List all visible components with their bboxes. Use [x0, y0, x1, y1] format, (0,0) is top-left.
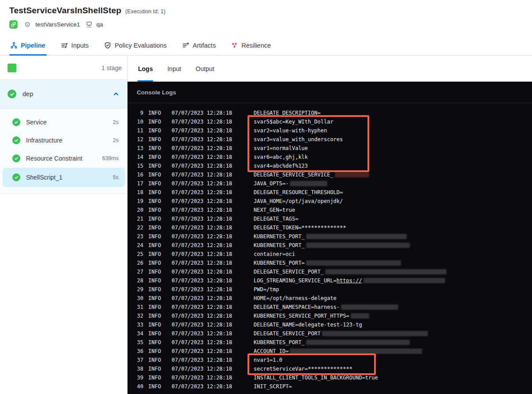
service-name[interactable]: testVarsService1: [35, 21, 80, 28]
log-message: DELEGATE_DESCRIPTION=: [254, 109, 321, 117]
log-line-number: 19: [127, 197, 143, 206]
log-timestamp: 07/07/2023 12:28:18: [172, 232, 233, 241]
execution-header: TestServiceVarsInShellStep (Execution Id…: [0, 0, 532, 35]
log-level: INFO: [148, 161, 162, 170]
log-tab-logs[interactable]: Logs: [138, 56, 153, 82]
log-tab-input[interactable]: Input: [167, 56, 181, 82]
log-link[interactable]: https://: [337, 278, 362, 284]
log-line-number: 40: [127, 382, 143, 391]
log-timestamp: 07/07/2023 12:28:18: [172, 259, 233, 267]
log-text: INIT_SCRIPT=: [254, 383, 292, 390]
step-item[interactable]: Resource Constraint 639ms: [3, 150, 125, 167]
stage-status-square[interactable]: [7, 64, 16, 72]
step-item[interactable]: Service 2s: [3, 113, 125, 131]
redacted-value: [306, 234, 407, 239]
log-timestamp: 07/07/2023 12:28:18: [172, 267, 233, 276]
redacted-value: [306, 260, 401, 266]
log-level: INFO: [148, 364, 162, 373]
log-text: svar4=abc%def%123: [254, 163, 308, 169]
environment-name[interactable]: qa: [96, 21, 103, 28]
log-message: svar3=value_with_underscores: [254, 135, 343, 144]
log-line-number: 35: [127, 338, 143, 347]
chevron-up-icon[interactable]: [112, 90, 120, 98]
log-timestamp: 07/07/2023 12:28:18: [172, 311, 233, 320]
log-timestamp: 07/07/2023 12:28:18: [172, 373, 233, 382]
log-level: INFO: [148, 373, 162, 382]
log-row: 29 INFO 07/07/2023 12:28:18 PWD=/tmp: [127, 285, 532, 294]
step-duration: 2s: [113, 137, 119, 143]
log-timestamp: 07/07/2023 12:28:18: [172, 285, 233, 294]
log-text: ACCOUNT_ID=: [254, 348, 288, 354]
log-row: 22 INFO 07/07/2023 12:28:18 DELEGATE_TOK…: [127, 223, 532, 232]
tab-resilience[interactable]: Resilience: [231, 35, 271, 55]
step-item[interactable]: ShellScript_1 5s: [3, 168, 125, 187]
log-row: 33 INFO 07/07/2023 12:28:18 DELEGATE_NAM…: [127, 320, 532, 329]
log-level: INFO: [148, 223, 162, 232]
log-message: JAVA_OPTS=-: [254, 179, 327, 188]
log-message: svar2=value-with-hyphen: [254, 126, 327, 135]
log-level: INFO: [148, 170, 162, 179]
log-level: INFO: [148, 135, 162, 144]
tab-artifacts[interactable]: Artifacts: [182, 35, 216, 55]
redacted-value: [325, 269, 446, 274]
log-text: DELEGATE_SERVICE_PORT_: [254, 269, 324, 275]
tab-pipeline[interactable]: Pipeline: [11, 35, 45, 55]
log-message: svar5$abc=Key_WIth_Dollar: [254, 117, 333, 126]
log-message: nvar1=1.0: [254, 356, 282, 364]
log-timestamp: 07/07/2023 12:28:18: [172, 144, 233, 153]
log-tab-output[interactable]: Output: [195, 56, 215, 82]
log-message: KUBERNETES_PORT_: [254, 338, 410, 347]
log-text: DELEGATE_SERVICE_SERVICE_: [254, 172, 333, 178]
stage-count-label: 1 stage: [101, 64, 122, 71]
link-icon: [11, 22, 16, 27]
log-line-number: 9: [127, 109, 143, 117]
log-timestamp: 07/07/2023 12:28:18: [172, 135, 233, 144]
log-level: INFO: [148, 206, 162, 214]
log-text: KUBERNETES_SERVICE_PORT_HTTPS=: [254, 313, 349, 319]
stage-group-dep[interactable]: dep: [0, 80, 127, 108]
log-message: PWD=/tmp: [254, 285, 279, 294]
log-row: 39 INFO 07/07/2023 12:28:18 INSTALL_CLIE…: [127, 373, 532, 382]
policy-shield-icon: [104, 42, 111, 49]
log-line-number: 21: [127, 214, 143, 223]
log-row: 17 INFO 07/07/2023 12:28:18 JAVA_OPTS=-: [127, 179, 532, 188]
log-text: KUBERNETES_PORT_: [254, 339, 305, 345]
log-message: JAVA_HOME=/opt/java/openjdk/: [254, 197, 343, 206]
log-text: svar5$abc=Key_WIth_Dollar: [254, 119, 333, 125]
log-line-number: 26: [127, 259, 143, 267]
log-row: 18 INFO 07/07/2023 12:28:18 DELEGATE_RES…: [127, 188, 532, 197]
log-text: LOG_STREAMING_SERVICE_URL=: [254, 278, 337, 284]
tab-inputs[interactable]: Inputs: [61, 35, 89, 55]
log-level: INFO: [148, 294, 162, 303]
log-line-number: 38: [127, 364, 143, 373]
log-row: 13 INFO 07/07/2023 12:28:18 svar1=normal…: [127, 144, 532, 153]
log-row: 31 INFO 07/07/2023 12:28:18 DELEGATE_NAM…: [127, 303, 532, 311]
console-log-lines[interactable]: 9 INFO 07/07/2023 12:28:18 DELEGATE_DESC…: [127, 103, 532, 391]
log-timestamp: 07/07/2023 12:28:18: [172, 223, 233, 232]
log-line-number: 14: [127, 153, 143, 161]
tab-policy-evaluations[interactable]: Policy Evaluations: [104, 35, 167, 55]
log-line-number: 27: [127, 267, 143, 276]
log-level: INFO: [148, 329, 162, 338]
log-timestamp: 07/07/2023 12:28:18: [172, 338, 233, 347]
redacted-value: [363, 278, 445, 283]
log-row: 32 INFO 07/07/2023 12:28:18 KUBERNETES_S…: [127, 311, 532, 320]
console-panel: Console Logs 9 INFO 07/07/2023 12:28:18 …: [127, 82, 532, 394]
log-region: Logs Input Output Console Logs 9 INFO 07…: [127, 56, 532, 394]
log-timestamp: 07/07/2023 12:28:18: [172, 303, 233, 311]
log-line-number: 29: [127, 285, 143, 294]
log-line-number: 15: [127, 161, 143, 170]
log-text: DELEGATE_SERVICE_PORT: [254, 330, 321, 337]
log-level: INFO: [148, 311, 162, 320]
log-message: INSTALL_CLIENT_TOOLS_IN_BACKGROUND=true: [254, 373, 378, 382]
log-line-number: 12: [127, 135, 143, 144]
log-row: 11 INFO 07/07/2023 12:28:18 svar2=value-…: [127, 126, 532, 135]
step-item[interactable]: Infrastructure 2s: [3, 131, 125, 149]
success-check-icon: [12, 118, 20, 126]
log-row: 10 INFO 07/07/2023 12:28:18 svar5$abc=Ke…: [127, 117, 532, 126]
log-timestamp: 07/07/2023 12:28:18: [172, 170, 233, 179]
execution-sidebar: 1 stage dep Service 2s Infrastructure 2s…: [0, 56, 127, 394]
log-line-number: 22: [127, 223, 143, 232]
redacted-value: [335, 172, 369, 177]
cd-module-badge: [9, 20, 18, 29]
